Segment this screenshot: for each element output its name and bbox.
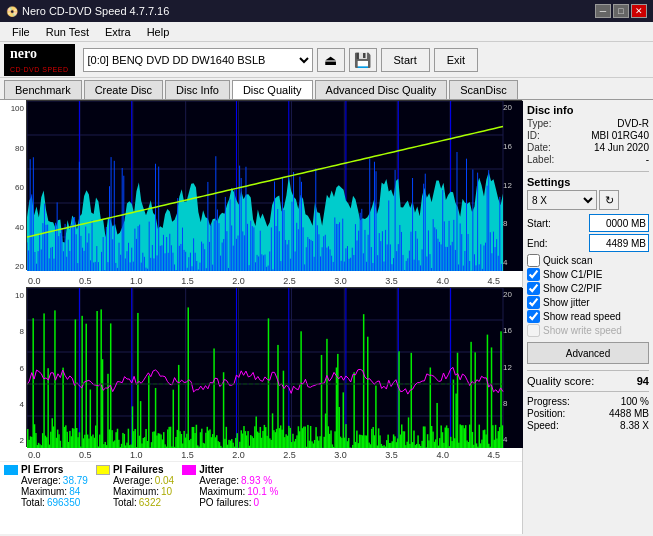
show-read-speed-label: Show read speed (543, 311, 621, 322)
chart1-canvas (27, 101, 523, 271)
nero-logo: nero CD·DVD SPEED (4, 44, 75, 76)
tab-disc-info[interactable]: Disc Info (165, 80, 230, 99)
minimize-button[interactable]: ─ (595, 4, 611, 18)
speed-selector[interactable]: 8 X Max 2 X 4 X 12 X 16 X (527, 190, 597, 210)
legend-pie-text: PI Errors Average: 38.79 Maximum: 84 Tot… (21, 464, 88, 508)
show-c2-label: Show C2/PIF (543, 283, 602, 294)
start-mb-row: Start: (527, 214, 649, 232)
progress-row: Progress: 100 % (527, 396, 649, 407)
chart1-y-20: 20 (2, 262, 24, 271)
chart1-y-60: 60 (2, 183, 24, 192)
show-jitter-checkbox[interactable] (527, 296, 540, 309)
menu-file[interactable]: File (4, 24, 38, 40)
chart2-yr-8: 8 (503, 399, 519, 408)
show-read-speed-checkbox[interactable] (527, 310, 540, 323)
close-button[interactable]: ✕ (631, 4, 647, 18)
tab-benchmark[interactable]: Benchmark (4, 80, 82, 99)
disc-id-row: ID: MBI 01RG40 (527, 130, 649, 141)
chart2-y-4: 4 (2, 400, 24, 409)
chart2-yr-4: 4 (503, 435, 519, 444)
chart2-y-2: 2 (2, 436, 24, 445)
save-icon[interactable]: 💾 (349, 48, 377, 72)
start-button[interactable]: Start (381, 48, 430, 72)
divider2 (527, 370, 649, 371)
disc-date-row: Date: 14 Jun 2020 (527, 142, 649, 153)
disc-info-section: Disc info Type: DVD-R ID: MBI 01RG40 Dat… (527, 104, 649, 165)
legend-pif-text: PI Failures Average: 0.04 Maximum: 10 To… (113, 464, 174, 508)
title-bar-left: 📀 Nero CD-DVD Speed 4.7.7.16 (6, 5, 169, 17)
menu-bar: File Run Test Extra Help (0, 22, 653, 42)
tab-create-disc[interactable]: Create Disc (84, 80, 163, 99)
chart1-canvas-area: 20 16 12 8 4 (26, 100, 522, 270)
chart2-canvas (27, 288, 523, 448)
speed-row: 8 X Max 2 X 4 X 12 X 16 X ↻ (527, 190, 649, 210)
main-content: 100 80 60 40 20 20 16 12 8 4 (0, 100, 653, 534)
chart1-yr-8: 8 (503, 219, 519, 228)
chart1-yr-20: 20 (503, 103, 519, 112)
tab-bar: Benchmark Create Disc Disc Info Disc Qua… (0, 78, 653, 100)
end-mb-input[interactable] (589, 234, 649, 252)
advanced-button[interactable]: Advanced (527, 342, 649, 364)
chart2-y-right: 20 16 12 8 4 (501, 288, 521, 446)
show-c1-row: Show C1/PIE (527, 268, 649, 281)
chart1-y-100: 100 (2, 104, 24, 113)
chart1-yr-12: 12 (503, 181, 519, 190)
quick-scan-label: Quick scan (543, 255, 592, 266)
chart2-x-axis: 0.00.51.01.52.02.53.03.54.04.5 (0, 449, 522, 461)
chart-legend: PI Errors Average: 38.79 Maximum: 84 Tot… (0, 461, 522, 510)
menu-help[interactable]: Help (139, 24, 178, 40)
chart2-yr-20: 20 (503, 290, 519, 299)
show-c1-checkbox[interactable] (527, 268, 540, 281)
drive-selector[interactable]: [0:0] BENQ DVD DD DW1640 BSLB (83, 48, 313, 72)
disc-label-row: Label: - (527, 154, 649, 165)
progress-section: Progress: 100 % Position: 4488 MB Speed:… (527, 396, 649, 431)
show-jitter-row: Show jitter (527, 296, 649, 309)
menu-extra[interactable]: Extra (97, 24, 139, 40)
maximize-button[interactable]: □ (613, 4, 629, 18)
menu-run-test[interactable]: Run Test (38, 24, 97, 40)
title-bar: 📀 Nero CD-DVD Speed 4.7.7.16 ─ □ ✕ (0, 0, 653, 22)
charts-area: 100 80 60 40 20 20 16 12 8 4 (0, 100, 523, 534)
chart2-y-6: 6 (2, 364, 24, 373)
show-jitter-label: Show jitter (543, 297, 590, 308)
exit-button[interactable]: Exit (434, 48, 478, 72)
divider1 (527, 171, 649, 172)
app-title: Nero CD-DVD Speed 4.7.7.16 (22, 5, 169, 17)
chart1-yr-16: 16 (503, 142, 519, 151)
show-write-speed-row: Show write speed (527, 324, 649, 337)
right-panel: Disc info Type: DVD-R ID: MBI 01RG40 Dat… (523, 100, 653, 534)
quick-scan-checkbox[interactable] (527, 254, 540, 267)
show-c2-checkbox[interactable] (527, 282, 540, 295)
chart1-x-axis: 0.00.51.01.52.02.53.03.54.04.5 (0, 275, 522, 287)
toolbar: nero CD·DVD SPEED [0:0] BENQ DVD DD DW16… (0, 42, 653, 78)
quick-scan-row: Quick scan (527, 254, 649, 267)
chart1-y-80: 80 (2, 144, 24, 153)
start-mb-input[interactable] (589, 214, 649, 232)
show-write-speed-checkbox[interactable] (527, 324, 540, 337)
show-c2-row: Show C2/PIF (527, 282, 649, 295)
tab-scan-disc[interactable]: ScanDisc (449, 80, 517, 99)
show-c1-label: Show C1/PIE (543, 269, 602, 280)
disc-type-row: Type: DVD-R (527, 118, 649, 129)
eject-icon[interactable]: ⏏ (317, 48, 345, 72)
quality-score-label: Quality score: (527, 375, 594, 387)
legend-jitter: Jitter Average: 8.93 % Maximum: 10.1 % P… (182, 464, 278, 508)
chart2-yr-16: 16 (503, 326, 519, 335)
legend-jitter-text: Jitter Average: 8.93 % Maximum: 10.1 % P… (199, 464, 278, 508)
speed-row: Speed: 8.38 X (527, 420, 649, 431)
end-mb-row: End: (527, 234, 649, 252)
divider3 (527, 391, 649, 392)
chart1-yr-4: 4 (503, 258, 519, 267)
chart2-y-10: 10 (2, 291, 24, 300)
chart1-y-right: 20 16 12 8 4 (501, 101, 521, 269)
legend-pi-failures: PI Failures Average: 0.04 Maximum: 10 To… (96, 464, 174, 508)
tab-disc-quality[interactable]: Disc Quality (232, 80, 313, 99)
title-bar-controls: ─ □ ✕ (595, 4, 647, 18)
settings-section: Settings 8 X Max 2 X 4 X 12 X 16 X ↻ Sta… (527, 176, 649, 364)
position-row: Position: 4488 MB (527, 408, 649, 419)
tab-advanced-disc-quality[interactable]: Advanced Disc Quality (315, 80, 448, 99)
chart1-y-40: 40 (2, 223, 24, 232)
show-read-speed-row: Show read speed (527, 310, 649, 323)
show-write-speed-label: Show write speed (543, 325, 622, 336)
speed-refresh-button[interactable]: ↻ (599, 190, 619, 210)
